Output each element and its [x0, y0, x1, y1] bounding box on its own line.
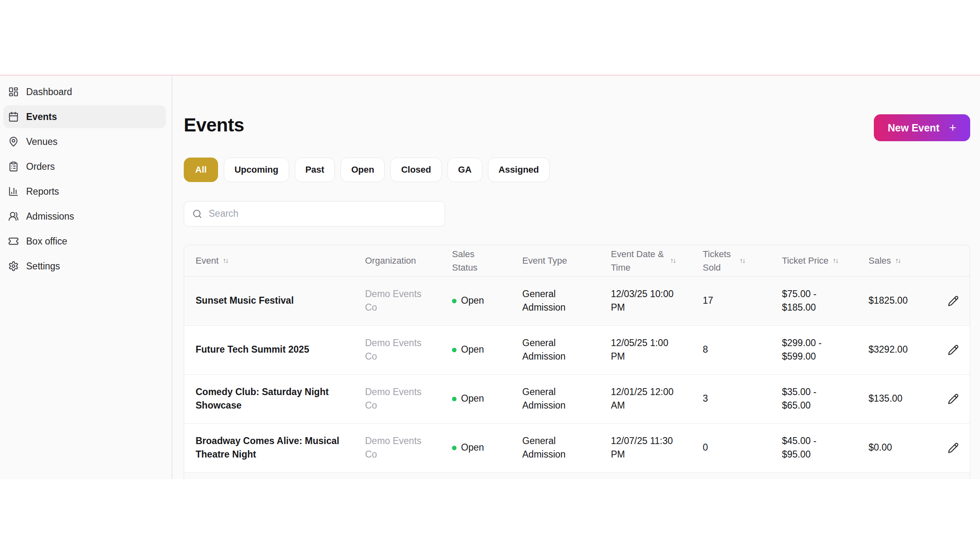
event-datetime: 12/03/25 10:00 PM — [611, 287, 684, 315]
sales-status: Open — [461, 392, 484, 405]
sales-status: Open — [461, 294, 484, 307]
event-type: General Admission — [522, 385, 581, 413]
organization: Demo Events Co — [365, 385, 426, 413]
sidebar-item-dashboard[interactable]: Dashboard — [3, 80, 166, 103]
new-event-button[interactable]: New Event + — [874, 114, 970, 141]
event-name: Broadway Comes Alive: Musical Theatre Ni… — [196, 434, 343, 462]
column-label: Event Date & Time — [611, 247, 666, 274]
sidebar-item-box-office[interactable]: Box office — [3, 230, 166, 253]
sidebar-item-admissions[interactable]: Admissions — [3, 205, 166, 228]
table-row[interactable]: Sunset Music Festival Demo Events Co Ope… — [184, 277, 970, 326]
column-label: Organization — [365, 256, 416, 266]
sales-amount: $0.00 — [869, 441, 892, 454]
sidebar: Dashboard Events Venues Orders Reports A… — [0, 76, 172, 479]
filter-past[interactable]: Past — [295, 158, 335, 182]
filter-closed[interactable]: Closed — [390, 158, 441, 182]
table-header-row: Event ↑↓ Organization Sales Status Event… — [184, 245, 970, 277]
column-label: Sales Status — [452, 247, 481, 274]
event-type: General Admission — [522, 336, 581, 364]
sidebar-item-settings[interactable]: Settings — [3, 255, 166, 278]
tickets-sold: 17 — [703, 294, 713, 307]
event-type: General Admission — [522, 287, 581, 315]
sales-status: Open — [461, 441, 484, 454]
filter-all[interactable]: All — [184, 158, 218, 182]
column-header-tickets-sold[interactable]: Tickets Sold ↑↓ — [703, 247, 782, 274]
column-header-sales-status: Sales Status — [452, 247, 522, 274]
app-window: Dashboard Events Venues Orders Reports A… — [0, 76, 980, 479]
tickets-sold: 3 — [703, 392, 708, 405]
sort-arrows-icon: ↑↓ — [223, 257, 228, 265]
sidebar-nav-list: Dashboard Events Venues Orders Reports A… — [3, 80, 166, 278]
table-body: Sunset Music Festival Demo Events Co Ope… — [184, 277, 970, 473]
column-header-event-date-time[interactable]: Event Date & Time ↑↓ — [611, 247, 703, 274]
sort-arrows-icon: ↑↓ — [739, 257, 745, 265]
events-table: Event ↑↓ Organization Sales Status Event… — [184, 245, 970, 479]
filter-upcoming[interactable]: Upcoming — [224, 158, 289, 182]
sales-status: Open — [461, 343, 484, 356]
edit-event-button[interactable] — [945, 342, 961, 358]
event-type: General Admission — [522, 434, 581, 462]
column-label: Sales — [869, 256, 891, 266]
filter-pills: All Upcoming Past Open Closed GA Assigne… — [184, 158, 970, 182]
sales-amount: $135.00 — [869, 392, 902, 405]
column-label: Tickets Sold — [703, 247, 735, 274]
event-name: Future Tech Summit 2025 — [196, 343, 309, 356]
column-header-event-type: Event Type — [522, 256, 611, 266]
ticket-price: $299.00 - $599.00 — [782, 336, 839, 364]
bar-chart-icon — [8, 186, 19, 197]
tickets-sold: 8 — [703, 343, 708, 356]
pencil-icon — [948, 393, 959, 404]
plus-icon: + — [949, 122, 956, 134]
ticket-price: $45.00 - $95.00 — [782, 434, 839, 462]
new-event-label: New Event — [888, 122, 939, 134]
column-label: Event — [196, 256, 218, 266]
open-status-dot-icon — [452, 299, 457, 303]
sort-arrows-icon: ↑↓ — [895, 257, 900, 265]
tickets-sold: 0 — [703, 441, 708, 454]
column-label: Event Type — [522, 256, 567, 266]
sales-amount: $1825.00 — [869, 294, 908, 307]
pencil-icon — [948, 295, 959, 307]
ticket-icon — [8, 236, 19, 247]
column-header-event[interactable]: Event ↑↓ — [196, 256, 365, 266]
event-name: Sunset Music Festival — [196, 294, 294, 307]
open-status-dot-icon — [452, 348, 457, 352]
sort-arrows-icon: ↑↓ — [833, 257, 838, 265]
ticket-price: $35.00 - $65.00 — [782, 385, 839, 413]
search-icon — [192, 209, 202, 219]
pencil-icon — [948, 344, 959, 355]
sidebar-item-venues[interactable]: Venues — [3, 130, 166, 153]
clipboard-icon — [8, 161, 19, 172]
table-row[interactable]: Broadway Comes Alive: Musical Theatre Ni… — [184, 424, 970, 473]
sidebar-item-reports[interactable]: Reports — [3, 180, 166, 203]
column-header-organization: Organization — [365, 256, 452, 266]
sidebar-item-events[interactable]: Events — [3, 105, 166, 128]
event-datetime: 12/07/25 11:30 PM — [611, 434, 684, 462]
open-status-dot-icon — [452, 446, 457, 450]
column-label: Ticket Price — [782, 256, 829, 266]
map-pin-icon — [8, 136, 19, 147]
filter-ga[interactable]: GA — [448, 158, 482, 182]
gear-icon — [8, 261, 19, 271]
event-datetime: 12/01/25 12:00 AM — [611, 385, 684, 413]
users-icon — [8, 211, 19, 222]
sidebar-item-orders[interactable]: Orders — [3, 155, 166, 178]
search-input[interactable] — [208, 208, 437, 220]
table-row[interactable]: Comedy Club: Saturday Night Showcase Dem… — [184, 375, 970, 424]
page: Dashboard Events Venues Orders Reports A… — [0, 0, 980, 551]
sales-amount: $3292.00 — [869, 343, 908, 356]
table-row[interactable]: Future Tech Summit 2025 Demo Events Co O… — [184, 326, 970, 375]
pencil-icon — [948, 442, 959, 453]
open-status-dot-icon — [452, 397, 457, 401]
edit-event-button[interactable] — [945, 391, 961, 407]
main-content: New Event + Events All Upcoming Past Ope… — [172, 76, 980, 479]
edit-event-button[interactable] — [945, 440, 961, 456]
column-header-ticket-price[interactable]: Ticket Price ↑↓ — [782, 256, 869, 266]
organization: Demo Events Co — [365, 287, 426, 315]
calendar-icon — [8, 111, 19, 122]
filter-open[interactable]: Open — [341, 158, 385, 182]
edit-event-button[interactable] — [945, 293, 961, 309]
column-header-sales[interactable]: Sales ↑↓ — [869, 256, 942, 266]
dashboard-icon — [8, 87, 19, 97]
filter-assigned[interactable]: Assigned — [488, 158, 550, 182]
